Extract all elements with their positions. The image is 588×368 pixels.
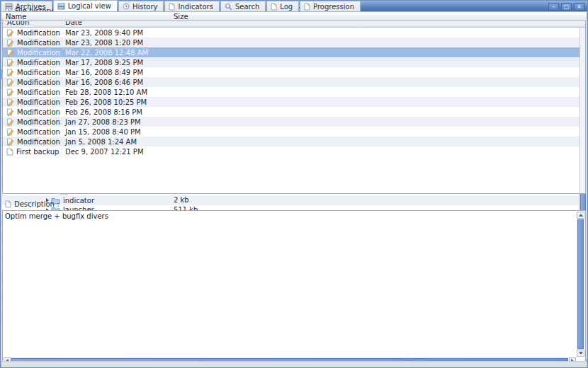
history-row[interactable]: ModificationMar 23, 2008 1:20 PM — [3, 38, 585, 47]
history-row[interactable]: ModificationFeb 26, 2008 8:16 PM — [3, 107, 585, 117]
tab-progression[interactable]: Progression — [300, 1, 361, 11]
history-action: Modification — [17, 98, 60, 106]
description-box: Optim merge + bugfix divers — [2, 210, 586, 366]
tab-label: Indicators — [178, 3, 213, 11]
tab-history[interactable]: History — [118, 1, 164, 11]
application-window: Areca – ▢ ✕ WorkspaceEditRunHelp ? OldSo… — [0, 0, 588, 368]
drive-icon — [57, 3, 65, 10]
history-date: Jan 27, 2008 8:23 PM — [65, 118, 141, 126]
pencil-icon — [6, 118, 14, 126]
history-date: Feb 26, 2008 10:25 PM — [65, 98, 147, 106]
pencil-icon — [6, 108, 14, 116]
history-table: Action Date ModificationMar 23, 2008 9:4… — [2, 17, 586, 194]
history-action: Modification — [17, 59, 60, 67]
history-row[interactable]: ModificationMar 17, 2008 9:25 PM — [3, 57, 585, 67]
history-date: Dec 9, 2007 12:21 PM — [65, 148, 144, 156]
pencil-icon — [6, 88, 14, 96]
tab-label: History — [132, 3, 158, 11]
pencil-icon — [6, 98, 14, 106]
document-icon — [6, 148, 13, 156]
clock-icon — [123, 3, 130, 10]
history-date: Mar 22, 2008 12:48 AM — [65, 49, 148, 57]
desc-vscroll-thumb[interactable] — [577, 219, 584, 349]
history-action: Modification — [17, 29, 60, 37]
tab-label: Progression — [313, 3, 354, 11]
history-row[interactable]: ModificationMar 23, 2008 9:40 PM — [3, 28, 585, 38]
tab-log[interactable]: Log — [266, 1, 299, 11]
history-action: Modification — [17, 88, 60, 96]
search-icon — [225, 3, 232, 11]
desc-scroll-down-button[interactable] — [577, 350, 584, 357]
tab-label: Search — [235, 3, 259, 11]
history-row[interactable]: ModificationJan 27, 2008 8:23 PM — [3, 117, 585, 127]
pencil-icon — [6, 49, 14, 57]
column-header-name[interactable]: Name — [1, 13, 27, 21]
tab-logical-view[interactable]: Logical view — [53, 0, 118, 11]
page-icon — [304, 3, 310, 11]
history-date: Jan 5, 2008 1:24 AM — [65, 138, 137, 146]
history-scrollbar-track[interactable] — [579, 28, 585, 193]
history-date: Mar 23, 2008 1:20 PM — [65, 39, 143, 47]
history-date: Mar 16, 2008 8:49 PM — [65, 69, 143, 76]
history-row[interactable]: First backupDec 9, 2007 12:21 PM — [3, 146, 585, 156]
triangle-down-icon — [579, 352, 583, 355]
history-row[interactable]: ModificationJan 15, 2008 8:40 PM — [3, 127, 585, 137]
tab-label: Logical view — [68, 2, 111, 10]
column-header-size[interactable]: Size — [174, 13, 188, 21]
pencil-icon — [6, 29, 14, 37]
description-text[interactable]: Optim merge + bugfix divers — [5, 212, 575, 220]
tab-search[interactable]: Search — [220, 1, 266, 11]
pencil-icon — [6, 59, 14, 67]
file-size: 2 kb — [174, 195, 189, 205]
page-icon — [169, 3, 175, 11]
history-date: Jan 15, 2008 8:40 PM — [65, 128, 141, 136]
desc-scroll-up-button[interactable] — [577, 212, 584, 219]
pencil-icon — [6, 39, 14, 47]
pencil-icon — [6, 79, 14, 86]
description-icon — [5, 200, 11, 208]
history-row[interactable]: ModificationJan 5, 2008 1:24 AM — [3, 137, 585, 146]
history-action: Modification — [17, 128, 60, 136]
history-action: Modification — [17, 108, 60, 116]
tab-bar: ArchivesLogical viewHistoryIndicatorsSea… — [1, 1, 587, 11]
history-date: Mar 17, 2008 9:25 PM — [65, 59, 143, 67]
history-action: First backup — [16, 148, 59, 156]
history-action: Modification — [17, 138, 60, 146]
pencil-icon — [6, 69, 14, 76]
file-name: indicator — [63, 197, 94, 205]
file-row-indicator[interactable]: indicator2 kb — [1, 195, 579, 205]
description-vertical-scrollbar[interactable] — [577, 212, 584, 357]
page-icon — [271, 3, 277, 11]
tab-label: Log — [280, 3, 293, 11]
file-table-header: Name Size — [1, 11, 587, 21]
history-action: Modification — [17, 118, 60, 126]
history-action: Modification — [17, 69, 60, 76]
pencil-icon — [6, 138, 14, 146]
triangle-up-icon — [579, 214, 583, 217]
history-action: Modification — [17, 39, 60, 47]
history-date: Mar 16, 2008 6:46 PM — [65, 79, 143, 86]
history-row[interactable]: ModificationMar 22, 2008 12:48 AM — [3, 47, 585, 57]
history-row[interactable]: ModificationMar 16, 2008 6:46 PM — [3, 77, 585, 87]
pencil-icon — [6, 128, 14, 136]
history-row[interactable]: ModificationMar 16, 2008 8:49 PM — [3, 67, 585, 77]
window-bottom-border — [1, 361, 587, 367]
history-action: Modification — [17, 79, 60, 86]
description-title: Description : — [14, 200, 60, 208]
history-row[interactable]: ModificationFeb 28, 2008 12:10 AM — [3, 87, 585, 97]
history-date: Feb 26, 2008 8:16 PM — [65, 108, 142, 116]
history-date: Feb 28, 2008 12:10 AM — [65, 88, 147, 96]
history-row[interactable]: ModificationFeb 26, 2008 10:25 PM — [3, 97, 585, 107]
history-action: Modification — [17, 49, 60, 57]
history-date: Mar 23, 2008 9:40 PM — [65, 29, 143, 37]
tab-indicators[interactable]: Indicators — [164, 1, 219, 11]
